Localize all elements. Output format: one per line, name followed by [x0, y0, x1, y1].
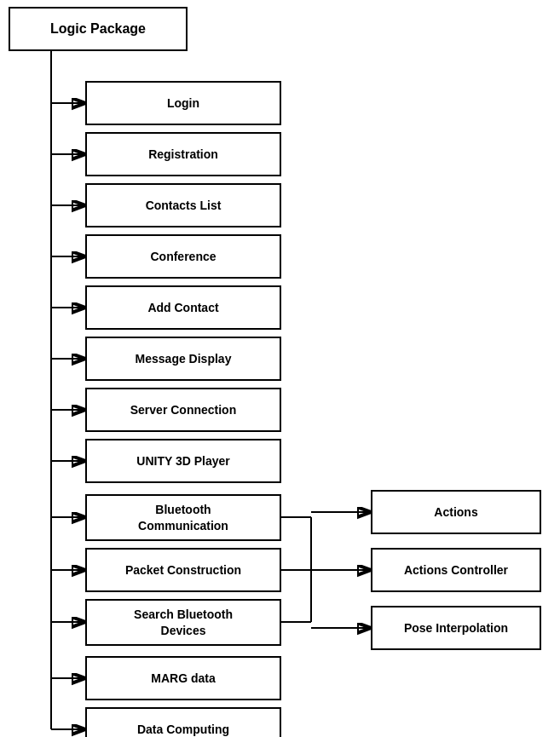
marg-data-box: MARG data: [85, 656, 281, 700]
pose-interpolation-box: Pose Interpolation: [371, 606, 541, 650]
actions-box: Actions: [371, 490, 541, 534]
add-contact-box: Add Contact: [85, 285, 281, 330]
contacts-list-box: Contacts List: [85, 183, 281, 227]
logic-package-box: Logic Package: [9, 7, 188, 51]
actions-controller-box: Actions Controller: [371, 548, 541, 592]
message-display-box: Message Display: [85, 337, 281, 381]
conference-box: Conference: [85, 234, 281, 279]
packet-construction-box: Packet Construction: [85, 548, 281, 592]
registration-box: Registration: [85, 132, 281, 176]
bluetooth-comm-box: Bluetooth Communication: [85, 494, 281, 541]
data-computing-box: Data Computing: [85, 707, 281, 737]
server-connection-box: Server Connection: [85, 388, 281, 432]
login-box: Login: [85, 81, 281, 125]
unity-3d-player-box: UNITY 3D Player: [85, 439, 281, 483]
diagram: Logic Package Login Registration Contact…: [0, 0, 560, 737]
search-bluetooth-box: Search Bluetooth Devices: [85, 599, 281, 646]
